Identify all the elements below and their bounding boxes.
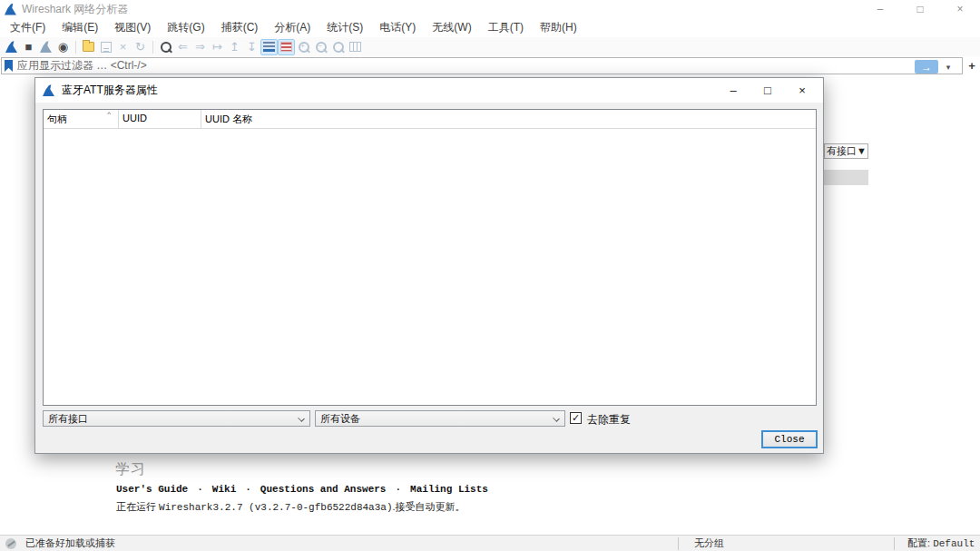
resize-columns-icon[interactable]: [347, 39, 364, 55]
filter-bar: 应用显示过滤器 … <Ctrl-/> → ▾ +: [0, 56, 980, 75]
menu-tools[interactable]: 工具(T): [480, 18, 532, 37]
go-back-icon[interactable]: ⇐: [174, 39, 191, 55]
menu-help[interactable]: 帮助(H): [532, 18, 585, 37]
bluetooth-att-dialog: 蓝牙ATT服务器属性 – □ × 句柄 ^ UUID UUID 名称 所有接口 …: [34, 77, 824, 454]
menu-statistics[interactable]: 统计(S): [318, 18, 371, 37]
sort-ascending-icon: ^: [107, 110, 111, 118]
column-header-handle[interactable]: 句柄 ^: [44, 110, 119, 128]
go-forward-icon[interactable]: ⇒: [191, 39, 209, 55]
status-separator: [894, 537, 895, 550]
menu-analyze[interactable]: 分析(A): [266, 18, 318, 37]
dialog-minimize-button[interactable]: –: [716, 78, 750, 103]
link-users-guide[interactable]: User's Guide: [116, 484, 188, 495]
learn-heading: 学习: [115, 460, 146, 479]
menu-telephony[interactable]: 电话(Y): [371, 18, 424, 37]
toolbar-separator: [75, 41, 76, 54]
zoom-in-icon[interactable]: +: [295, 39, 312, 55]
minimize-button[interactable]: –: [860, 0, 900, 18]
maximize-button[interactable]: □: [900, 0, 940, 18]
dedup-checkbox[interactable]: ✓: [570, 412, 582, 424]
reload-file-icon[interactable]: ↻: [132, 39, 149, 55]
menu-go[interactable]: 跳转(G): [159, 18, 212, 37]
status-separator: [678, 537, 679, 550]
menu-view[interactable]: 视图(V): [106, 18, 159, 37]
status-bar: 已准备好加载或捕获 无分组 配置: Default: [0, 535, 980, 551]
dialog-titlebar[interactable]: 蓝牙ATT服务器属性 – □ ×: [35, 78, 823, 103]
menu-capture[interactable]: 捕获(C): [213, 18, 267, 37]
column-header-uuid-name[interactable]: UUID 名称: [201, 110, 816, 128]
open-file-icon[interactable]: [80, 39, 97, 55]
go-to-bottom-icon[interactable]: ↧: [243, 39, 260, 55]
auto-scroll-icon[interactable]: [260, 39, 278, 55]
learn-links: User's Guide·Wiki·Questions and Answers·…: [116, 484, 488, 495]
dedup-label: 去除重复: [587, 412, 631, 428]
attributes-table[interactable]: 句柄 ^ UUID UUID 名称: [43, 109, 817, 406]
status-packet-count: 无分组: [694, 536, 724, 550]
version-string: Wireshark3.2.7 (v3.2.7-0-gfb6522d84a3a): [159, 502, 392, 513]
start-capture-icon[interactable]: [3, 39, 20, 55]
device-combobox[interactable]: 所有设备: [315, 410, 565, 427]
wireshark-dialog-icon: [43, 84, 54, 96]
main-titlebar: Wireshark 网络分析器 – □ ×: [0, 0, 980, 18]
save-file-icon[interactable]: [97, 39, 114, 55]
stop-capture-icon[interactable]: ■: [20, 39, 37, 55]
window-controls: – □ ×: [860, 0, 980, 18]
interface-list-strip: [824, 170, 868, 185]
column-header-uuid[interactable]: UUID: [119, 110, 201, 128]
zoom-reset-icon[interactable]: [329, 39, 347, 55]
toolbar-separator: [152, 41, 153, 54]
close-button[interactable]: ×: [940, 0, 980, 18]
bookmark-icon[interactable]: [5, 60, 13, 72]
menu-wireless[interactable]: 无线(W): [424, 18, 479, 37]
combo-caret-icon: [553, 415, 560, 422]
all-interfaces-dropdown[interactable]: 有接口▼: [824, 143, 868, 159]
filter-placeholder: 应用显示过滤器 … <Ctrl-/>: [17, 58, 147, 74]
table-header-row: 句柄 ^ UUID UUID 名称: [44, 110, 816, 129]
wireshark-logo-icon: [5, 4, 16, 15]
dialog-title: 蓝牙ATT服务器属性: [62, 83, 158, 98]
expert-info-icon[interactable]: [5, 538, 16, 549]
interface-combobox[interactable]: 所有接口: [43, 410, 310, 427]
link-questions[interactable]: Questions and Answers: [260, 484, 387, 495]
window-title: Wireshark 网络分析器: [22, 2, 128, 17]
menu-edit[interactable]: 编辑(E): [54, 18, 106, 37]
link-mailing-lists[interactable]: Mailing Lists: [410, 484, 488, 495]
add-filter-button[interactable]: +: [965, 59, 978, 73]
close-file-icon[interactable]: ×: [114, 39, 132, 55]
menu-file[interactable]: 文件(F): [2, 18, 54, 37]
colorize-icon[interactable]: [278, 39, 295, 55]
dialog-close-button[interactable]: ×: [785, 78, 819, 103]
version-line: 正在运行 Wireshark3.2.7 (v3.2.7-0-gfb6522d84…: [116, 500, 466, 514]
main-toolbar: ■ ◉ × ↻ ⇐ ⇒ ↦ ↥ ↧ + −: [0, 37, 980, 56]
menu-bar: 文件(F) 编辑(E) 视图(V) 跳转(G) 捕获(C) 分析(A) 统计(S…: [0, 18, 980, 37]
zoom-out-icon[interactable]: −: [312, 39, 329, 55]
combo-caret-icon: [298, 415, 305, 422]
status-profile[interactable]: 配置: Default: [907, 536, 975, 550]
filter-history-caret-icon[interactable]: ▾: [942, 60, 955, 74]
display-filter-input[interactable]: 应用显示过滤器 … <Ctrl-/> → ▾: [1, 57, 963, 74]
find-packet-icon[interactable]: [157, 39, 174, 55]
capture-options-icon[interactable]: ◉: [54, 39, 72, 55]
go-to-packet-icon[interactable]: ↦: [209, 39, 226, 55]
status-ready-text: 已准备好加载或捕获: [25, 536, 115, 550]
apply-filter-icon[interactable]: →: [915, 60, 938, 74]
dialog-maximize-button[interactable]: □: [750, 78, 785, 103]
go-to-top-icon[interactable]: ↥: [226, 39, 243, 55]
profile-value: Default: [933, 538, 975, 549]
dialog-window-controls: – □ ×: [716, 78, 819, 103]
restart-capture-icon[interactable]: [37, 39, 54, 55]
link-wiki[interactable]: Wiki: [212, 484, 236, 495]
dialog-close-action-button[interactable]: Close: [761, 430, 818, 448]
